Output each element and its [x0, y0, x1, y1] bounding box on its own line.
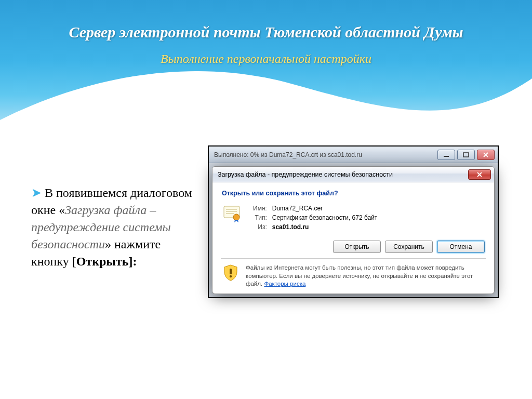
label-type: Тип:	[251, 214, 269, 222]
warning-shield-icon	[222, 264, 240, 282]
dialog-close-button[interactable]	[468, 169, 491, 180]
window-maximize-button[interactable]	[457, 150, 475, 160]
dialog-question: Открыть или сохранить этот файл?	[222, 190, 485, 197]
slide-title: Сервер электронной почты Тюменской облас…	[0, 23, 532, 41]
instruction-text: ➤В появившемся диалоговом окне «Загрузка…	[31, 184, 192, 271]
value-type: Сертификат безопасности, 672 байт	[270, 214, 380, 222]
save-button[interactable]: Сохранить	[385, 241, 433, 253]
svg-rect-0	[444, 156, 449, 157]
window-title: Выполнено: 0% из Duma72_RCA.crt из sca01…	[214, 151, 437, 158]
open-button[interactable]: Открыть	[333, 241, 381, 253]
instruction-button-name: Открыть	[76, 255, 129, 268]
dialog-title: Загрузка файла - предупреждение системы …	[218, 171, 468, 178]
close-icon	[476, 172, 483, 177]
warning-block: Файлы из Интернета могут быть полезны, н…	[222, 264, 485, 288]
svg-point-8	[230, 275, 232, 277]
slide-subtitle: Выполнение первоначальной настройки	[0, 52, 532, 66]
label-name: Имя:	[251, 204, 269, 212]
svg-rect-1	[463, 153, 469, 157]
svg-rect-7	[230, 269, 232, 274]
value-name: Duma72_RCA.cer	[270, 204, 380, 212]
bullet-arrow-icon: ➤	[31, 186, 42, 200]
risk-factors-link[interactable]: Факторы риска	[264, 281, 305, 287]
header-band	[0, 0, 532, 135]
certificate-icon	[222, 203, 243, 224]
svg-point-6	[233, 214, 240, 220]
dialog-titlebar: Загрузка файла - предупреждение системы …	[212, 167, 494, 182]
file-download-security-dialog: Загрузка файла - предупреждение системы …	[212, 166, 495, 294]
cancel-button[interactable]: Отмена	[437, 241, 485, 253]
download-progress-window: Выполнено: 0% из Duma72_RCA.crt из sca01…	[208, 145, 499, 298]
separator	[221, 258, 486, 259]
window-titlebar: Выполнено: 0% из Duma72_RCA.crt из sca01…	[209, 147, 498, 163]
value-from: sca01.tod.ru	[270, 223, 380, 231]
window-minimize-button[interactable]	[437, 150, 455, 160]
window-close-button[interactable]	[477, 150, 495, 160]
file-meta: Имя:Duma72_RCA.cer Тип:Сертификат безопа…	[250, 203, 380, 232]
header-curve	[0, 63, 532, 136]
label-from: Из:	[251, 223, 269, 231]
